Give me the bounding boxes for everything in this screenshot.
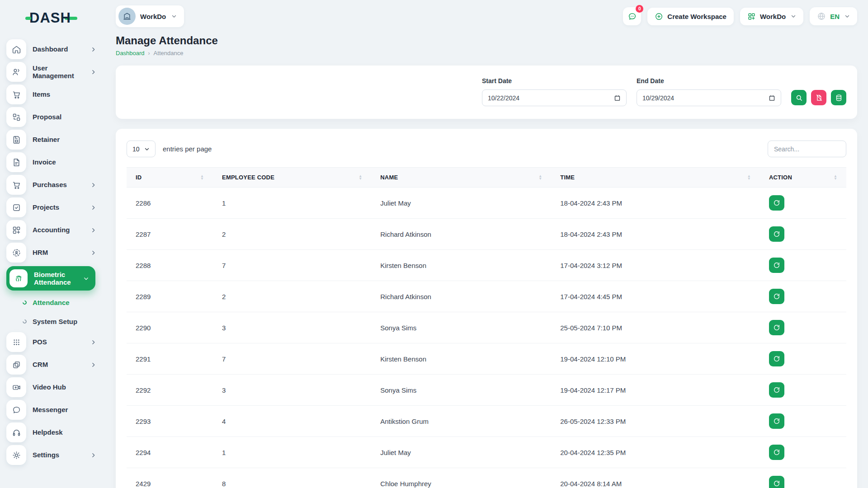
- sidebar-item-retainer[interactable]: Retainer: [6, 130, 96, 150]
- copy-icon: [6, 355, 26, 375]
- sidebar-item-projects[interactable]: Projects: [6, 197, 96, 217]
- search-input[interactable]: [768, 141, 846, 157]
- sidebar-item-messenger[interactable]: Messenger: [6, 400, 96, 420]
- table-row: 24298Chloe Humphrey20-04-2024 8:14 AM: [127, 468, 846, 488]
- bullet-icon: [22, 300, 28, 305]
- chat-bubble-icon: [6, 400, 26, 420]
- search-icon: [795, 94, 803, 102]
- sidebar-item-label: Items: [33, 90, 96, 98]
- grid-plus-icon: [747, 12, 756, 21]
- refresh-icon: [773, 386, 780, 394]
- sidebar-item-label: POS: [33, 338, 84, 346]
- start-date-field: Start Date: [482, 77, 627, 106]
- sidebar-item-label: User Management: [33, 64, 84, 80]
- users-icon: [6, 62, 26, 82]
- headset-icon: [6, 422, 26, 442]
- chevron-right-icon: [90, 182, 96, 188]
- sidebar-item-pos[interactable]: POS: [6, 332, 96, 352]
- column-header-action[interactable]: ACTION▲▼: [760, 168, 846, 188]
- column-header-id[interactable]: ID▲▼: [127, 168, 213, 188]
- sidebar-item-hrm[interactable]: HRM: [6, 243, 96, 263]
- filter-card: Start Date End Date: [116, 66, 857, 119]
- column-header-employee-code[interactable]: EMPLOYEE CODE▲▼: [213, 168, 371, 188]
- sidebar-subitem-system-setup[interactable]: System Setup: [0, 312, 96, 330]
- sidebar-item-accounting[interactable]: Accounting: [6, 220, 96, 240]
- breadcrumb-dashboard-link[interactable]: Dashboard: [116, 50, 145, 56]
- plus-circle-icon: [655, 12, 663, 21]
- workspace-menu-label: WorkDo: [760, 13, 786, 20]
- breadcrumb-separator: ›: [148, 50, 150, 56]
- bullet-icon: [22, 319, 28, 324]
- notification-badge: 0: [636, 5, 643, 13]
- chevron-down-icon: [791, 14, 796, 19]
- grid-dots-icon: [6, 332, 26, 352]
- sync-row-button[interactable]: [769, 320, 784, 335]
- entries-control: 10 entries per page: [127, 141, 212, 157]
- sidebar-item-crm[interactable]: CRM: [6, 355, 96, 375]
- brand-logo[interactable]: DASH: [0, 8, 102, 28]
- sidebar-item-label: Proposal: [33, 113, 96, 121]
- chevron-right-icon: [90, 227, 96, 233]
- workspace-switcher[interactable]: WorkDo: [116, 5, 184, 27]
- sidebar-item-settings[interactable]: Settings: [6, 445, 96, 465]
- breadcrumb: Dashboard › Attendance: [116, 50, 857, 56]
- sidebar-item-dashboard[interactable]: Dashboard: [6, 39, 96, 59]
- calendar-icon[interactable]: [769, 94, 775, 101]
- sync-row-button[interactable]: [769, 445, 784, 460]
- refresh-icon: [773, 293, 780, 300]
- sync-row-button[interactable]: [769, 476, 784, 488]
- language-selector[interactable]: EN: [810, 7, 857, 25]
- sync-row-button[interactable]: [769, 289, 784, 304]
- sidebar-item-label: Helpdesk: [33, 428, 96, 436]
- sync-row-button[interactable]: [769, 351, 784, 366]
- video-camera-icon: [6, 377, 26, 397]
- column-header-time[interactable]: TIME▲▼: [551, 168, 760, 188]
- logo-text: DASH: [29, 10, 71, 26]
- refresh-icon: [773, 324, 780, 331]
- sidebar-item-label: Biometric Attendance: [34, 271, 77, 286]
- start-date-input[interactable]: [488, 94, 610, 102]
- sync-row-button[interactable]: [769, 226, 784, 242]
- cart-icon: [6, 84, 26, 104]
- sync-row-button[interactable]: [769, 258, 784, 273]
- table-row: 22892Richard Atkinson17-04-2024 4:45 PM: [127, 281, 846, 312]
- sidebar-item-proposal[interactable]: Proposal: [6, 107, 96, 127]
- create-workspace-button[interactable]: Create Workspace: [647, 8, 734, 25]
- workspace-menu-button[interactable]: WorkDo: [740, 8, 803, 25]
- invoice-icon: [6, 152, 26, 172]
- page-header: Manage Attendance Dashboard › Attendance: [116, 34, 857, 56]
- entries-per-page-select[interactable]: 10: [127, 141, 156, 157]
- sync-row-button[interactable]: [769, 195, 784, 211]
- table-row: 22903Sonya Sims25-05-2024 7:10 PM: [127, 312, 846, 343]
- chevron-right-icon: [90, 69, 96, 75]
- chevron-down-icon: [844, 14, 850, 19]
- apply-filter-button[interactable]: [791, 90, 807, 105]
- refresh-icon: [773, 199, 780, 206]
- table-row: 22934Antikstion Grum26-05-2024 12:33 PM: [127, 406, 846, 437]
- workspace-avatar: [118, 8, 136, 25]
- sidebar-item-video-hub[interactable]: Video Hub: [6, 377, 96, 397]
- clear-filter-button[interactable]: [811, 90, 826, 105]
- calendar-icon[interactable]: [614, 94, 621, 101]
- home-icon: [6, 39, 26, 59]
- sidebar-subitem-label: System Setup: [33, 318, 77, 325]
- column-header-name[interactable]: NAME▲▼: [371, 168, 551, 188]
- sidebar-item-biometric-attendance[interactable]: Biometric Attendance: [6, 266, 95, 291]
- sidebar-item-invoice[interactable]: Invoice: [6, 152, 96, 172]
- sidebar-item-label: HRM: [33, 249, 84, 256]
- create-workspace-label: Create Workspace: [667, 13, 726, 20]
- refresh-icon: [773, 262, 780, 269]
- globe-icon: [817, 12, 826, 21]
- sync-row-button[interactable]: [769, 382, 784, 398]
- sync-row-button[interactable]: [769, 413, 784, 429]
- end-date-input[interactable]: [642, 94, 765, 102]
- sidebar-item-helpdesk[interactable]: Helpdesk: [6, 422, 96, 442]
- sidebar-item-user-management[interactable]: User Management: [6, 62, 96, 82]
- sidebar-item-items[interactable]: Items: [6, 84, 96, 104]
- topbar-actions: 0 Create Workspace WorkDo EN: [623, 7, 857, 25]
- messages-button[interactable]: 0: [623, 7, 641, 25]
- sidebar-item-purchases[interactable]: Purchases: [6, 175, 96, 195]
- export-button[interactable]: [831, 90, 846, 105]
- sidebar-subitem-attendance[interactable]: Attendance: [0, 293, 96, 311]
- grid-plus-icon: [6, 220, 26, 240]
